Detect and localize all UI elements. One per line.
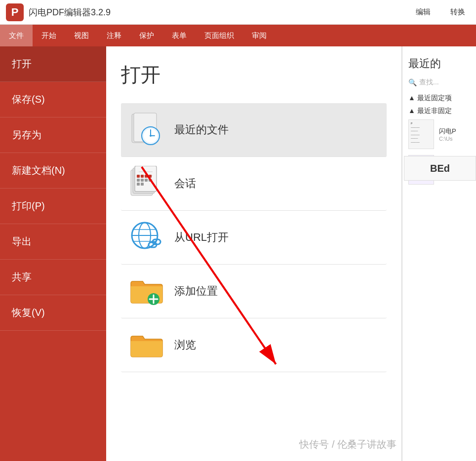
watermark: 快传号 / 伦桑子讲故事 [299,438,397,451]
open-option-session[interactable]: 会话 [121,157,387,211]
title-bar: P 闪电PDF编辑器3.2.9 编辑 转换 [0,0,476,25]
sidebar-item-share[interactable]: 共享 [0,260,106,295]
svg-rect-17 [137,179,140,182]
svg-rect-13 [137,175,140,178]
logo-icon: P [11,6,19,19]
svg-point-6 [150,135,152,137]
addplace-label: 添加位置 [174,284,218,299]
right-panel: 最近的 🔍 查找... ▲ 最近固定项 ▲ 最近非固定 P ───── ────… [402,46,476,461]
svg-rect-22 [141,183,144,186]
session-label: 会话 [174,176,196,191]
menu-item-start[interactable]: 开始 [33,25,65,46]
svg-rect-16 [149,175,152,178]
menu-item-annotation[interactable]: 注释 [98,25,130,46]
svg-rect-14 [141,175,144,178]
menu-bar: 文件 开始 视图 注释 保护 表单 页面组织 审阅 [0,25,476,46]
unpinned-section-title: ▲ 最近非固定 [408,107,470,115]
sidebar-item-open[interactable]: 打开 [0,46,106,82]
sidebar: 打开 保存(S) 另存为 新建文档(N) 打印(P) 导出 共享 恢复(V) [0,46,106,461]
sidebar-item-restore[interactable]: 恢复(V) [0,295,106,331]
center-content: 打开 [106,46,402,461]
menu-item-file[interactable]: 文件 [0,25,33,46]
pinned-section-title: ▲ 最近固定项 [408,94,470,103]
svg-rect-21 [137,183,140,186]
browse-label: 浏览 [174,338,196,352]
sidebar-item-print[interactable]: 打印(P) [0,189,106,224]
svg-rect-15 [145,175,148,178]
session-icon [129,166,164,201]
file-path: C:\Us [439,136,456,142]
menu-item-pageorg[interactable]: 页面组织 [196,25,243,46]
right-panel-title: 最近的 [408,56,470,71]
svg-rect-18 [141,179,144,182]
bed-label: BEd [430,163,450,174]
file-thumbnail: P ───── ──── ───── ──── ───── [408,119,434,149]
sidebar-item-saveas[interactable]: 另存为 [0,117,106,153]
open-option-url[interactable]: 从URL打开 [121,211,387,265]
open-option-recent[interactable]: 最近的文件 [121,103,387,157]
convert-button[interactable]: 转换 [445,5,470,19]
browse-icon [129,327,164,363]
app-logo: P [6,3,24,21]
right-search[interactable]: 🔍 查找... [408,78,470,87]
menu-item-protect[interactable]: 保护 [130,25,163,46]
center-title: 打开 [121,61,387,88]
file-info: 闪电P C:\Us [439,127,456,142]
url-icon [129,220,164,255]
sidebar-item-save[interactable]: 保存(S) [0,82,106,117]
app-title: 闪电PDF编辑器3.2.9 [29,6,411,18]
edit-button[interactable]: 编辑 [411,5,436,19]
file-name: 闪电P [439,127,456,136]
open-option-browse[interactable]: 浏览 [121,318,387,372]
sidebar-item-export[interactable]: 导出 [0,224,106,260]
svg-rect-20 [149,179,152,182]
title-bar-buttons: 编辑 转换 [411,5,470,19]
menu-item-view[interactable]: 视图 [65,25,98,46]
search-placeholder: 查找... [419,78,439,87]
bed-label-area: BEd [404,156,476,181]
open-option-addplace[interactable]: 添加位置 [121,265,387,318]
svg-rect-19 [145,179,148,182]
recent-files-label: 最近的文件 [174,122,229,137]
main-layout: 打开 保存(S) 另存为 新建文档(N) 打印(P) 导出 共享 恢复(V) 打… [0,46,476,461]
menu-item-review[interactable]: 审阅 [243,25,276,46]
url-label: 从URL打开 [174,230,229,245]
menu-item-form[interactable]: 表单 [163,25,196,46]
recent-file-item[interactable]: P ───── ──── ───── ──── ───── 闪电P C:\Us [408,119,470,149]
addplace-icon [129,273,164,309]
search-icon: 🔍 [408,78,417,86]
recent-files-icon [129,112,164,148]
sidebar-item-newdoc[interactable]: 新建文档(N) [0,153,106,189]
